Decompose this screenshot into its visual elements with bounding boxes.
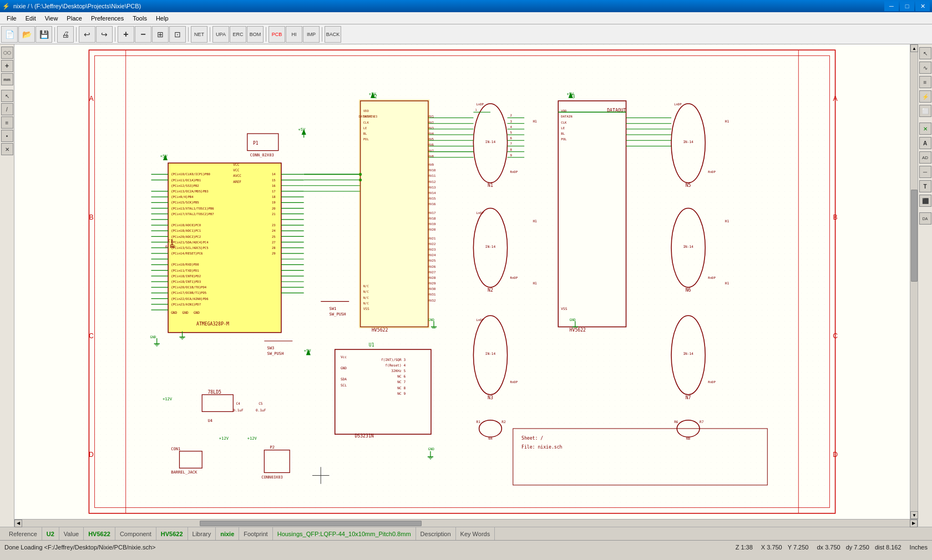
svg-text:18: 18 (272, 195, 276, 198)
bom-button[interactable]: BOM (247, 26, 264, 43)
svg-text:GND: GND (341, 366, 347, 370)
schematic-canvas[interactable]: A B C D A B C D ATMEGA328P-M (14, 44, 910, 519)
svg-text:LnDP: LnDP (476, 211, 484, 215)
tool-noconn[interactable]: ✕ (1, 143, 13, 155)
svg-text:29: 29 (272, 252, 276, 255)
tool-grid[interactable]: ⬡⬡ (1, 47, 13, 59)
save-button[interactable]: 💾 (36, 26, 52, 43)
svg-text:17: 17 (272, 190, 276, 193)
right-text-ad-button[interactable]: AD (919, 151, 931, 164)
titlebar-left: ⚡ nixie / \ (F:\Jeffrey\Desktop\Projects… (2, 3, 141, 10)
scroll-down-button[interactable]: ▼ (910, 511, 918, 519)
svg-text:N7: N7 (686, 395, 691, 400)
svg-rect-151 (558, 101, 626, 327)
zoom-area-button[interactable]: ⊡ (169, 26, 186, 43)
svg-text:{PCin13/SCL/ADC5}PC5: {PCin13/SCL/ADC5}PC5 (171, 246, 208, 250)
svg-text:AREF: AREF (233, 180, 241, 184)
print-button[interactable]: 🖨 (57, 26, 74, 43)
right-line-button[interactable]: ─ (919, 166, 931, 178)
svg-text:15: 15 (272, 179, 276, 182)
svg-text:19: 19 (272, 201, 276, 204)
tool-junction[interactable]: • (1, 130, 13, 142)
right-cursor-button[interactable]: ↖ (919, 47, 931, 59)
scroll-thumb-vertical[interactable] (911, 190, 918, 282)
menu-preferences[interactable]: Preferences (87, 12, 128, 24)
scroll-right-button[interactable]: ▶ (910, 520, 918, 527)
menu-tools[interactable]: Tools (128, 12, 151, 24)
menu-help[interactable]: Help (151, 12, 173, 24)
svg-text:{PCin17/XTAL2/TOSC2}PB7: {PCin17/XTAL2/TOSC2}PB7 (171, 212, 214, 216)
svg-text:+5V: +5V (160, 154, 168, 159)
undo-button[interactable]: ↩ (79, 26, 95, 43)
tool-wire[interactable]: / (1, 103, 13, 115)
svg-text:NC 7: NC 7 (397, 380, 406, 384)
svg-text:A: A (833, 95, 838, 103)
zoom-in-button[interactable]: + (118, 26, 134, 43)
netlist-button[interactable]: NET (191, 26, 207, 43)
svg-text:NC 6: NC 6 (397, 374, 406, 378)
svg-text:B: B (89, 213, 93, 221)
svg-text:IN-14: IN-14 (485, 140, 496, 144)
svg-text:f(Reset) 4: f(Reset) 4 (385, 363, 406, 367)
status-reference-value: U2 (42, 527, 59, 540)
svg-text:IN-14: IN-14 (485, 352, 496, 355)
horizontal-scrollbar[interactable]: ◀ ▶ (14, 519, 918, 527)
svg-text:+12V: +12V (247, 436, 257, 441)
maximize-button[interactable]: □ (900, 1, 914, 11)
annotate-button[interactable]: UPA (212, 26, 229, 43)
status-library-value: nixie (216, 527, 239, 540)
scroll-thumb-horizontal[interactable] (200, 521, 422, 526)
right-power-button[interactable]: ⚡ (919, 90, 931, 103)
svg-text:N8: N8 (686, 436, 691, 440)
right-noconn-button[interactable]: ✕ (919, 123, 931, 135)
svg-text:LnDP: LnDP (674, 103, 682, 106)
status-value-value: HV5622 (84, 527, 115, 540)
svg-text:{PCin13/XTAL1/TOSC1}PB6: {PCin13/XTAL1/TOSC1}PB6 (171, 207, 214, 210)
tool-mm[interactable]: mm (1, 73, 13, 85)
tool-cursor[interactable]: ↖ (1, 90, 13, 102)
run-pcb-button[interactable]: PCB (269, 26, 285, 43)
svg-text:U4: U4 (207, 418, 212, 423)
right-image-button[interactable]: ⬛ (919, 195, 931, 207)
open-button[interactable]: 📂 (18, 26, 35, 43)
tool-zoom-in[interactable]: + (1, 60, 13, 72)
y-coord-display: Y 7.250 (788, 544, 809, 551)
right-big-text-button[interactable]: T (919, 180, 931, 192)
svg-text:6: 6 (510, 136, 512, 140)
right-text-a-button[interactable]: A (919, 137, 931, 149)
back-button[interactable]: BACK (325, 26, 341, 43)
menu-place[interactable]: Place (62, 12, 87, 24)
highlight-button[interactable]: HI (286, 26, 302, 43)
svg-text:CON1: CON1 (171, 446, 180, 451)
redo-button[interactable]: ↪ (96, 26, 113, 43)
svg-text:C5: C5 (259, 401, 263, 405)
minimize-button[interactable]: ─ (884, 1, 899, 11)
svg-text:28: 28 (272, 246, 276, 250)
menu-view[interactable]: View (40, 12, 63, 24)
right-wire-button[interactable]: ∿ (919, 62, 931, 74)
scroll-left-button[interactable]: ◀ (14, 520, 22, 527)
svg-text:RnDP: RnDP (510, 380, 518, 384)
svg-text:{PCin20/ADC2}PC2: {PCin20/ADC2}PC2 (171, 235, 201, 238)
new-button[interactable]: 📄 (1, 26, 18, 43)
import-button[interactable]: IMP (303, 26, 320, 43)
svg-text:{PCin15/SCK}PB5: {PCin15/SCK}PB5 (171, 201, 199, 204)
vertical-scrollbar[interactable]: ▲ ▼ (910, 44, 918, 519)
right-da-button[interactable]: DA (919, 212, 931, 225)
menu-file[interactable]: File (2, 12, 21, 24)
right-component-button[interactable]: ⬜ (919, 105, 931, 117)
scroll-up-button[interactable]: ▲ (910, 44, 918, 52)
zoom-fit-button[interactable]: ⊞ (152, 26, 169, 43)
zoom-out-button[interactable]: − (135, 26, 151, 43)
svg-text:IN-14: IN-14 (485, 245, 496, 248)
tool-bus[interactable]: ≡ (1, 116, 13, 129)
close-button[interactable]: ✕ (915, 1, 930, 11)
dy-display: dy 7.250 (846, 544, 869, 551)
erc-button[interactable]: ERC (230, 26, 246, 43)
svg-text:ATMEGA328P-M: ATMEGA328P-M (196, 321, 229, 327)
menu-edit[interactable]: Edit (21, 12, 40, 24)
right-bus-button[interactable]: ≡ (919, 76, 931, 88)
svg-text:IN-14: IN-14 (683, 245, 693, 248)
svg-text:N6: N6 (686, 287, 691, 293)
svg-text:VSS: VSS (561, 307, 567, 310)
